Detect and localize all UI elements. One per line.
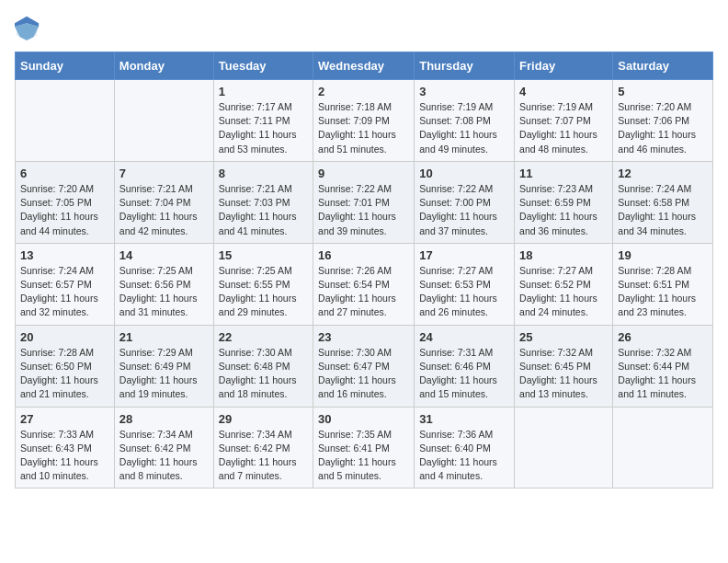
calendar-cell: 24Sunrise: 7:31 AM Sunset: 6:46 PM Dayli… [415,325,515,407]
day-number: 24 [419,330,509,344]
calendar-cell: 25Sunrise: 7:32 AM Sunset: 6:45 PM Dayli… [515,325,613,407]
day-number: 28 [119,412,209,426]
day-info: Sunrise: 7:27 AM Sunset: 6:53 PM Dayligh… [419,264,509,320]
calendar-cell: 29Sunrise: 7:34 AM Sunset: 6:42 PM Dayli… [213,407,313,488]
calendar-cell: 20Sunrise: 7:28 AM Sunset: 6:50 PM Dayli… [16,325,115,407]
day-info: Sunrise: 7:26 AM Sunset: 6:54 PM Dayligh… [318,264,409,320]
day-info: Sunrise: 7:36 AM Sunset: 6:40 PM Dayligh… [419,428,509,484]
day-number: 12 [618,167,708,180]
calendar-cell: 16Sunrise: 7:26 AM Sunset: 6:54 PM Dayli… [313,243,415,325]
day-info: Sunrise: 7:29 AM Sunset: 6:49 PM Dayligh… [119,346,209,402]
day-info: Sunrise: 7:20 AM Sunset: 7:05 PM Dayligh… [20,182,109,238]
calendar-cell: 30Sunrise: 7:35 AM Sunset: 6:41 PM Dayli… [313,407,415,488]
day-info: Sunrise: 7:22 AM Sunset: 7:01 PM Dayligh… [318,182,409,238]
calendar-cell: 31Sunrise: 7:36 AM Sunset: 6:40 PM Dayli… [415,407,515,488]
week-row-3: 13Sunrise: 7:24 AM Sunset: 6:57 PM Dayli… [16,243,713,325]
day-number: 19 [618,248,708,262]
calendar-cell: 11Sunrise: 7:23 AM Sunset: 6:59 PM Dayli… [515,161,613,243]
day-number: 17 [419,248,509,262]
calendar-cell: 27Sunrise: 7:33 AM Sunset: 6:43 PM Dayli… [16,407,115,488]
calendar-cell: 26Sunrise: 7:32 AM Sunset: 6:44 PM Dayli… [613,325,713,407]
calendar-table: SundayMondayTuesdayWednesdayThursdayFrid… [15,52,713,488]
day-number: 23 [318,330,409,344]
calendar-cell: 22Sunrise: 7:30 AM Sunset: 6:48 PM Dayli… [213,325,313,407]
day-info: Sunrise: 7:18 AM Sunset: 7:09 PM Dayligh… [318,100,409,156]
day-info: Sunrise: 7:31 AM Sunset: 6:46 PM Dayligh… [419,346,509,402]
day-number: 11 [519,167,608,180]
day-number: 31 [419,412,509,426]
calendar-cell: 3Sunrise: 7:19 AM Sunset: 7:08 PM Daylig… [415,80,515,162]
day-number: 6 [20,167,109,180]
day-info: Sunrise: 7:28 AM Sunset: 6:50 PM Dayligh… [20,346,109,402]
day-number: 30 [318,412,409,426]
calendar-cell: 15Sunrise: 7:25 AM Sunset: 6:55 PM Dayli… [213,243,313,325]
calendar-cell [613,407,713,488]
day-number: 15 [219,248,308,262]
day-number: 2 [318,85,409,98]
calendar-cell: 7Sunrise: 7:21 AM Sunset: 7:04 PM Daylig… [114,161,213,243]
page-header [15,15,713,40]
header-sunday: Sunday [16,52,115,80]
day-number: 4 [519,85,608,98]
header-wednesday: Wednesday [313,52,415,80]
day-number: 16 [318,248,409,262]
calendar-cell: 8Sunrise: 7:21 AM Sunset: 7:03 PM Daylig… [213,161,313,243]
day-number: 22 [219,330,308,344]
day-number: 26 [618,330,708,344]
day-number: 27 [20,412,109,426]
logo-icon [15,15,40,40]
day-number: 1 [219,85,308,98]
day-info: Sunrise: 7:34 AM Sunset: 6:42 PM Dayligh… [119,428,209,484]
calendar-cell: 17Sunrise: 7:27 AM Sunset: 6:53 PM Dayli… [415,243,515,325]
day-info: Sunrise: 7:32 AM Sunset: 6:45 PM Dayligh… [519,346,608,402]
day-info: Sunrise: 7:30 AM Sunset: 6:47 PM Dayligh… [318,346,409,402]
svg-marker-2 [15,23,39,40]
calendar-cell [16,80,115,162]
day-number: 14 [119,248,209,262]
header-friday: Friday [515,52,613,80]
day-info: Sunrise: 7:22 AM Sunset: 7:00 PM Dayligh… [419,182,509,238]
header-thursday: Thursday [415,52,515,80]
calendar-cell: 13Sunrise: 7:24 AM Sunset: 6:57 PM Dayli… [16,243,115,325]
calendar-header-row: SundayMondayTuesdayWednesdayThursdayFrid… [16,52,713,80]
logo [15,15,44,40]
calendar-cell: 4Sunrise: 7:19 AM Sunset: 7:07 PM Daylig… [515,80,613,162]
calendar-cell: 21Sunrise: 7:29 AM Sunset: 6:49 PM Dayli… [114,325,213,407]
week-row-1: 1Sunrise: 7:17 AM Sunset: 7:11 PM Daylig… [16,80,713,162]
calendar-cell: 5Sunrise: 7:20 AM Sunset: 7:06 PM Daylig… [613,80,713,162]
header-tuesday: Tuesday [213,52,313,80]
week-row-4: 20Sunrise: 7:28 AM Sunset: 6:50 PM Dayli… [16,325,713,407]
calendar-cell: 12Sunrise: 7:24 AM Sunset: 6:58 PM Dayli… [613,161,713,243]
calendar-cell: 28Sunrise: 7:34 AM Sunset: 6:42 PM Dayli… [114,407,213,488]
calendar-cell: 18Sunrise: 7:27 AM Sunset: 6:52 PM Dayli… [515,243,613,325]
day-info: Sunrise: 7:21 AM Sunset: 7:03 PM Dayligh… [219,182,308,238]
day-number: 9 [318,167,409,180]
day-info: Sunrise: 7:35 AM Sunset: 6:41 PM Dayligh… [318,428,409,484]
day-info: Sunrise: 7:25 AM Sunset: 6:55 PM Dayligh… [219,264,308,320]
calendar-cell: 14Sunrise: 7:25 AM Sunset: 6:56 PM Dayli… [114,243,213,325]
day-number: 7 [119,167,209,180]
day-number: 3 [419,85,509,98]
day-info: Sunrise: 7:25 AM Sunset: 6:56 PM Dayligh… [119,264,209,320]
day-number: 8 [219,167,308,180]
week-row-5: 27Sunrise: 7:33 AM Sunset: 6:43 PM Dayli… [16,407,713,488]
day-info: Sunrise: 7:20 AM Sunset: 7:06 PM Dayligh… [618,100,708,156]
day-info: Sunrise: 7:34 AM Sunset: 6:42 PM Dayligh… [219,428,308,484]
day-info: Sunrise: 7:32 AM Sunset: 6:44 PM Dayligh… [618,346,708,402]
calendar-cell: 9Sunrise: 7:22 AM Sunset: 7:01 PM Daylig… [313,161,415,243]
calendar-cell: 6Sunrise: 7:20 AM Sunset: 7:05 PM Daylig… [16,161,115,243]
day-number: 25 [519,330,608,344]
day-number: 10 [419,167,509,180]
day-info: Sunrise: 7:19 AM Sunset: 7:07 PM Dayligh… [519,100,608,156]
day-number: 29 [219,412,308,426]
week-row-2: 6Sunrise: 7:20 AM Sunset: 7:05 PM Daylig… [16,161,713,243]
calendar-cell [515,407,613,488]
header-saturday: Saturday [613,52,713,80]
calendar-cell: 1Sunrise: 7:17 AM Sunset: 7:11 PM Daylig… [213,80,313,162]
calendar-cell: 2Sunrise: 7:18 AM Sunset: 7:09 PM Daylig… [313,80,415,162]
day-info: Sunrise: 7:28 AM Sunset: 6:51 PM Dayligh… [618,264,708,320]
day-info: Sunrise: 7:23 AM Sunset: 6:59 PM Dayligh… [519,182,608,238]
day-info: Sunrise: 7:24 AM Sunset: 6:57 PM Dayligh… [20,264,109,320]
day-info: Sunrise: 7:21 AM Sunset: 7:04 PM Dayligh… [119,182,209,238]
calendar-cell: 10Sunrise: 7:22 AM Sunset: 7:00 PM Dayli… [415,161,515,243]
